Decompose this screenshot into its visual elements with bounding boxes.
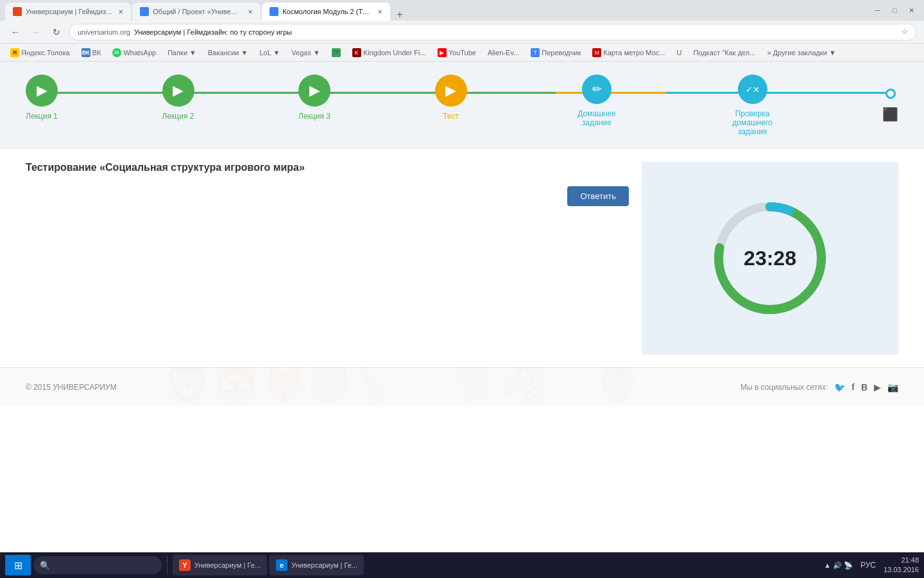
search-icon: 🔍 — [40, 561, 50, 570]
clock-date: 13.03.2016 — [884, 565, 919, 575]
step-end-icon: ⬛ — [882, 107, 898, 122]
page-title: Универсариум | Геймдизайн: по ту сторону… — [134, 28, 292, 36]
quiz-left-panel: Тестирование «Социальная структура игров… — [26, 162, 629, 355]
step-circle-homework[interactable]: ✏ — [582, 74, 612, 104]
step-lecture3[interactable]: ▶ Лекция 3 — [298, 74, 330, 136]
address-bar[interactable]: universarium.org Универсариум | Геймдиза… — [69, 24, 916, 40]
bookmark-jobs[interactable]: Вакансии ▼ — [203, 48, 253, 58]
step-test[interactable]: ▶ Тест — [435, 74, 467, 136]
step-label-lecture1: Лекция 1 — [26, 112, 58, 121]
back-button[interactable]: ← — [8, 24, 23, 40]
maximize-button[interactable]: □ — [887, 4, 902, 17]
start-button[interactable]: ⊞ — [5, 555, 31, 575]
bookmark-youtube[interactable]: ▶ YouTube — [432, 47, 481, 58]
step-circle-lecture3[interactable]: ▶ — [298, 74, 330, 107]
browser-titlebar: Универсариум | Геймдиз... ✕ Общий / Прое… — [0, 0, 924, 21]
nav-steps: ▶ Лекция 1 ▶ Лекция 2 ▶ Лекция 3 ▶ Тест … — [26, 74, 898, 136]
minimize-button[interactable]: ─ — [870, 4, 886, 17]
vk-icon[interactable]: В — [861, 382, 868, 392]
youtube-icon[interactable]: ▶ — [874, 382, 881, 392]
twitter-icon[interactable]: 🐦 — [834, 382, 845, 392]
tab-1[interactable]: Универсариум | Геймдиз... ✕ — [5, 3, 131, 21]
step-label-review: Проверка домашнего задания — [727, 109, 778, 136]
quiz-area: Тестирование «Социальная структура игров… — [0, 149, 924, 367]
system-tray: ▲ 🔊 📡 РУС 21:48 13.03.2016 — [824, 556, 919, 575]
bookmark-translate[interactable]: T Переводчик — [526, 47, 586, 58]
clock-time: 21:48 — [884, 556, 919, 565]
bookmark-u[interactable]: U — [671, 48, 687, 58]
close-button[interactable]: ✕ — [903, 4, 919, 17]
timer-panel: 23:28 — [642, 162, 898, 355]
course-navigation: ▶ Лекция 1 ▶ Лекция 2 ▶ Лекция 3 ▶ Тест … — [0, 62, 924, 149]
step-label-lecture3: Лекция 3 — [298, 112, 330, 121]
step-circle-review[interactable]: ✓✕ — [738, 74, 767, 104]
step-label-lecture2: Лекция 2 — [162, 112, 194, 121]
timer-display: 23:28 — [744, 247, 796, 270]
bookmark-metro[interactable]: М Карта метро Мос... — [587, 47, 670, 58]
step-circle-end — [886, 89, 896, 99]
step-circle-test[interactable]: ▶ — [435, 74, 467, 107]
step-circle-lecture2[interactable]: ▶ — [162, 74, 194, 107]
bookmark-podcast[interactable]: Подкаст "Как дел... — [688, 48, 760, 58]
svg-text:🐘🦓: 🐘🦓 — [452, 367, 549, 406]
copyright: © 2015 УНИВЕРСАРИУМ — [26, 383, 117, 392]
taskbar-icon-1: Y — [179, 559, 191, 571]
taskbar-search[interactable]: 🔍 — [33, 556, 162, 574]
browser-addressbar: ← → ↻ universarium.org Универсариум | Ге… — [0, 21, 924, 44]
svg-text:🦁🐯🦊: 🦁🐯🦊 — [164, 367, 308, 406]
forward-button[interactable]: → — [28, 24, 44, 40]
bookmarks-bar: Я Яндекс.Толока ВК ВК ✉ WhatsApp Папки ▼… — [0, 44, 924, 62]
instagram-icon[interactable]: 📷 — [887, 382, 898, 392]
tab-close-1[interactable]: ✕ — [118, 8, 123, 15]
bookmark-whatsapp[interactable]: ✉ WhatsApp — [107, 47, 161, 58]
bookmark-lol[interactable]: LoL ▼ — [254, 48, 285, 58]
footer-social: Мы в социальных сетях: 🐦 f В ▶ 📷 — [740, 382, 898, 392]
bookmark-folders[interactable]: Папки ▼ — [162, 48, 201, 58]
footer: 🦁🐯🦊 🐻🦒 🐘🦓 🦁 © 2015 УНИВЕРСАРИУМ Мы в соц… — [0, 367, 924, 406]
taskbar-item-1[interactable]: Y Универсариум | Ге... — [173, 555, 267, 575]
taskbar-label-1: Универсариум | Ге... — [194, 561, 261, 569]
bookmark-vegas[interactable]: Vegas ▼ — [286, 48, 325, 58]
step-label-homework: Домашнее задание — [571, 109, 622, 127]
tray-time: 21:48 13.03.2016 — [884, 556, 919, 575]
step-review[interactable]: ✓✕ Проверка домашнего задания — [727, 74, 778, 136]
step-homework[interactable]: ✏ Домашнее задание — [571, 74, 622, 136]
step-end: ⬛ — [882, 74, 898, 136]
step-circle-lecture1[interactable]: ▶ — [26, 74, 58, 107]
taskbar-label-2: Универсариум | Ге... — [291, 561, 357, 569]
bookmark-alien[interactable]: Alien-Ev... — [483, 48, 524, 58]
answer-button[interactable]: Ответить — [567, 186, 629, 206]
language-indicator: РУС — [860, 561, 876, 570]
taskbar: ⊞ 🔍 Y Универсариум | Ге... e Универсариу… — [0, 552, 924, 578]
tab-2[interactable]: Общий / Проект «Универсар... ✕ — [132, 3, 261, 21]
svg-text:🦁: 🦁 — [597, 367, 639, 405]
step-lecture1[interactable]: ▶ Лекция 1 — [26, 74, 58, 136]
step-label-test: Тест — [443, 112, 459, 121]
bookmark-vk[interactable]: ВК ВК — [76, 47, 107, 58]
bookmark-yatoloka[interactable]: Я Яндекс.Толока — [5, 47, 75, 58]
tab-close-2[interactable]: ✕ — [248, 8, 253, 15]
step-lecture2[interactable]: ▶ Лекция 2 — [162, 74, 194, 136]
address-url: universarium.org — [78, 28, 130, 36]
social-label: Мы в социальных сетях: — [740, 383, 828, 392]
facebook-icon[interactable]: f — [851, 382, 855, 392]
bookmark-star-icon[interactable]: ☆ — [902, 28, 908, 36]
bookmark-kingdom[interactable]: K Kingdom Under Fi... — [347, 47, 431, 58]
svg-text:🐻🦒: 🐻🦒 — [308, 367, 393, 405]
new-tab-button[interactable]: + — [391, 9, 407, 21]
window-controls: ─ □ ✕ — [870, 4, 919, 17]
tray-icons: ▲ 🔊 📡 — [824, 561, 853, 570]
taskbar-icon-2: e — [276, 559, 287, 571]
bookmark-more[interactable]: » Другие закладки ▼ — [762, 48, 841, 58]
taskbar-item-2[interactable]: e Универсариум | Ге... — [270, 555, 364, 575]
page-content: ▶ Лекция 1 ▶ Лекция 2 ▶ Лекция 3 ▶ Тест … — [0, 62, 924, 552]
bookmark-maps[interactable]: 🗺 — [327, 47, 346, 58]
tab-close-3[interactable]: ✕ — [377, 8, 382, 15]
browser-tabs: Универсариум | Геймдиз... ✕ Общий / Прое… — [5, 0, 408, 21]
tab-3-active[interactable]: Космология Модуль 2 (Тест... ✕ — [262, 3, 390, 21]
refresh-button[interactable]: ↻ — [49, 24, 64, 40]
timer-circle: 23:28 — [706, 194, 834, 322]
quiz-title: Тестирование «Социальная структура игров… — [26, 162, 629, 173]
